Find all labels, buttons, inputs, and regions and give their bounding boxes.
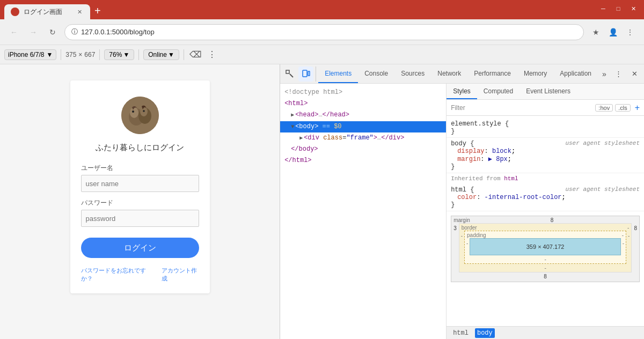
head-collapse-icon[interactable]: ▶ — [291, 112, 294, 118]
no-throttle-icon[interactable]: ⌫ — [188, 47, 203, 62]
password-input[interactable] — [81, 210, 199, 227]
box-model-border-row: - padding - — [459, 231, 632, 264]
tab-performance[interactable]: Performance — [467, 64, 517, 83]
box-model-padding-bottom: - — [465, 255, 626, 263]
devtools-settings-button[interactable]: ⋮ — [611, 67, 626, 82]
maximize-button[interactable]: □ — [612, 3, 625, 14]
toolbar-more-button[interactable]: ⋮ — [206, 48, 218, 61]
margin-right-value: 8 — [632, 223, 639, 272]
box-model-margin-bottom: 8 — [451, 272, 639, 282]
margin-bottom-value: 8 — [544, 274, 547, 279]
url-bar[interactable]: ⓘ 127.0.0.1:5000/blog/top — [64, 24, 584, 40]
tab-styles[interactable]: Styles — [447, 84, 477, 99]
address-bar: ← → ↻ ⓘ 127.0.0.1:5000/blog/top ★ 👤 ⋮ — [0, 19, 644, 45]
device-selector[interactable]: iPhone 6/7/8 ▼ — [4, 49, 56, 60]
create-account-link[interactable]: アカウント作成 — [162, 267, 199, 283]
filter-badges: :hov .cls — [595, 104, 630, 112]
border-right-dash: - — [626, 231, 631, 264]
separator-4 — [184, 49, 184, 60]
bookmark-button[interactable]: ★ — [588, 25, 603, 40]
zoom-selector[interactable]: 76% ▼ — [104, 49, 134, 60]
tab-memory[interactable]: Memory — [517, 64, 553, 83]
more-button[interactable]: ⋮ — [623, 25, 638, 40]
login-button[interactable]: ログイン — [81, 238, 199, 258]
separator-1 — [61, 49, 61, 60]
zoom-value: 76% — [109, 51, 122, 58]
svg-rect-8 — [286, 70, 289, 73]
separator-3 — [138, 49, 139, 60]
active-tab[interactable]: ログイン画面 ✕ — [4, 4, 90, 19]
tab-close-button[interactable]: ✕ — [75, 8, 84, 16]
padding-left-dash: - — [465, 238, 470, 255]
tab-network[interactable]: Network — [431, 64, 467, 83]
breadcrumb-body[interactable]: body — [475, 328, 495, 338]
padding-bottom-dash: - — [544, 256, 546, 262]
devtools-tabs: Elements Console Sources Network Perform… — [318, 64, 611, 83]
element-style-rule: element.style { } — [447, 118, 644, 138]
tree-doctype: <!doctype html> — [280, 87, 446, 98]
hov-badge[interactable]: :hov — [595, 104, 613, 112]
device-toolbar-button[interactable] — [298, 67, 313, 82]
box-model-border-bottom: - — [459, 264, 632, 272]
tab-event-listeners[interactable]: Event Listeners — [519, 84, 577, 99]
window-controls: ─ □ ✕ — [597, 3, 640, 14]
filter-input[interactable] — [470, 104, 591, 112]
devtools-main-icons — [282, 67, 316, 82]
tree-head[interactable]: ▶<head>…</head> — [280, 109, 446, 121]
login-title: ふたり暮らしにログイン — [96, 143, 184, 153]
html-selector-line: html { user agent stylesheet — [451, 186, 640, 194]
profile-button[interactable]: 👤 — [605, 25, 620, 40]
tab-console[interactable]: Console — [358, 64, 394, 83]
webpage-preview: ふたり暮らしにログイン ユーザー名 パスワード ログイン パスワードをお忘れです… — [0, 64, 280, 339]
devtools-more-tabs-button[interactable]: » — [598, 68, 611, 80]
tab-computed[interactable]: Computed — [477, 84, 519, 99]
html-rule-close: } — [451, 201, 640, 209]
tree-html-open[interactable]: <html> — [280, 98, 446, 109]
refresh-button[interactable]: ↻ — [45, 25, 60, 40]
viewport-height: 667 — [84, 51, 95, 58]
box-model-margin-header: margin 8 8 — [451, 216, 639, 223]
tab-elements[interactable]: Elements — [318, 64, 358, 83]
title-bar: ログイン画面 ✕ + ─ □ ✕ — [0, 0, 644, 19]
device-name: iPhone 6/7/8 — [8, 51, 44, 58]
doctype-comment: <!doctype html> — [284, 89, 342, 96]
devtools-topbar: Elements Console Sources Network Perform… — [280, 64, 644, 84]
password-group: パスワード — [81, 198, 199, 227]
inspect-element-button[interactable] — [282, 67, 297, 82]
back-button[interactable]: ← — [6, 25, 21, 40]
styles-panel: Styles Computed Event Listeners Filter :… — [447, 84, 644, 339]
div-collapse-icon[interactable]: ▶ — [299, 135, 303, 141]
minimize-button[interactable]: ─ — [597, 3, 610, 14]
close-button[interactable]: ✕ — [627, 3, 640, 14]
avatar — [121, 97, 159, 134]
devtools-close-button[interactable]: ✕ — [627, 67, 642, 82]
tree-div-frame[interactable]: ▶<div class="frame">…</div> — [280, 132, 446, 144]
html-tree: <!doctype html> <html> ▶<head>…</head> ▼… — [280, 84, 447, 339]
border-top-dash: - — [627, 225, 629, 231]
address-icons: ★ 👤 ⋮ — [588, 25, 638, 40]
box-model-margin-row: 3 border - - — [451, 223, 639, 272]
svg-point-0 — [12, 9, 18, 14]
device-chevron-icon: ▼ — [46, 51, 53, 58]
forward-button[interactable]: → — [26, 25, 41, 40]
forgot-password-link[interactable]: パスワードをお忘れですか？ — [81, 267, 151, 283]
tab-bar: ログイン画面 ✕ + — [4, 0, 592, 19]
border-bottom-dash: - — [544, 265, 546, 271]
cls-badge[interactable]: .cls — [615, 104, 631, 112]
breadcrumb-html[interactable]: html — [451, 328, 471, 338]
tab-sources[interactable]: Sources — [394, 64, 431, 83]
main-content: ふたり暮らしにログイン ユーザー名 パスワード ログイン パスワードをお忘れです… — [0, 64, 644, 339]
svg-point-4 — [130, 107, 138, 118]
network-selector[interactable]: Online ▼ — [143, 49, 179, 60]
tree-body[interactable]: ▼<body> == $0 — [280, 121, 446, 132]
tab-application[interactable]: Application — [553, 64, 598, 83]
styles-sub-tabs: Styles Computed Event Listeners — [447, 84, 644, 100]
toolbar-row: iPhone 6/7/8 ▼ 375 × 667 76% ▼ Online ▼ … — [0, 45, 644, 64]
new-tab-button[interactable]: + — [90, 5, 105, 17]
body-collapse-icon[interactable]: ▼ — [291, 124, 294, 130]
margin-label: margin — [453, 217, 470, 223]
box-model-border: border - - paddin — [459, 223, 632, 272]
username-input[interactable] — [81, 175, 199, 192]
add-style-button[interactable]: + — [635, 104, 640, 112]
padding-right-dash: - — [621, 238, 626, 255]
